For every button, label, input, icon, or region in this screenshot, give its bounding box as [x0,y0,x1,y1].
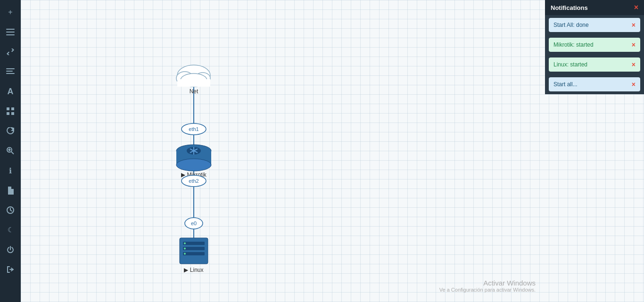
svg-rect-5 [6,73,15,74]
notification-text-3: Linux: started [553,61,629,68]
svg-text:▶ Linux: ▶ Linux [184,267,203,273]
notification-close-1[interactable]: × [632,22,636,28]
svg-marker-10 [12,128,14,130]
svg-text:eth1: eth1 [189,126,198,132]
clock-icon[interactable] [2,202,19,219]
svg-rect-9 [11,112,14,115]
svg-rect-3 [6,68,15,69]
logout-icon[interactable] [2,261,19,278]
notifications-header: Notifications × [545,0,644,15]
svg-text:Net: Net [190,88,198,95]
svg-rect-7 [11,107,14,110]
svg-rect-6 [7,107,9,110]
text-icon[interactable]: A [2,83,19,100]
layers-icon[interactable] [2,24,19,41]
eth2-port[interactable]: eth2 [182,175,206,187]
document-icon[interactable] [2,182,19,199]
notification-close-2[interactable]: × [632,41,636,48]
notification-text-4: Start all... [553,81,629,88]
svg-point-47 [184,243,186,245]
svg-point-49 [184,253,186,255]
grid-icon[interactable] [2,103,19,120]
linux-node[interactable]: ▶ Linux [180,238,208,273]
main-canvas: Net eth1 ▶ Mikrotik eth2 [21,0,644,302]
notifications-title: Notifications [551,4,588,11]
zoom-icon[interactable] [2,142,19,159]
notification-item-3: Linux: started × [549,57,640,72]
svg-rect-45 [183,247,205,250]
notification-item-1: Start All: done × [549,18,640,32]
svg-point-33 [176,159,211,171]
svg-rect-44 [183,242,205,245]
refresh-icon[interactable] [2,122,19,139]
svg-rect-27 [177,79,210,87]
info-icon[interactable]: ℹ [2,162,19,179]
list-icon[interactable] [2,63,19,80]
cloud-node[interactable]: Net [176,65,210,95]
svg-rect-1 [6,32,15,33]
svg-point-48 [184,248,186,250]
svg-rect-8 [7,112,9,115]
svg-rect-4 [6,71,13,72]
notification-close-3[interactable]: × [632,61,636,68]
mikrotik-node[interactable]: ▶ Mikrotik [176,145,211,178]
notification-close-4[interactable]: × [632,81,636,88]
notifications-close-button[interactable]: × [634,4,638,11]
notifications-panel: Notifications × Start All: done × Mikrot… [545,0,644,94]
notification-text-1: Start All: done [553,22,629,28]
notification-item-4: Start all... × [549,77,640,91]
svg-rect-16 [8,192,11,193]
svg-line-12 [11,152,14,154]
power-icon[interactable] [2,241,19,258]
notification-item-2: Mikrotik: started × [549,38,640,52]
svg-text:e0: e0 [191,220,197,226]
notification-text-2: Mikrotik: started [553,41,629,48]
svg-rect-15 [8,190,12,191]
moon-icon[interactable]: ☾ [2,221,19,238]
svg-rect-0 [6,29,15,30]
exchange-icon[interactable] [2,43,19,60]
svg-text:eth2: eth2 [189,178,198,184]
eth1-port[interactable]: eth1 [182,123,206,135]
sidebar: + A [0,0,21,302]
e0-port[interactable]: e0 [185,218,203,229]
add-icon[interactable]: + [2,4,19,21]
svg-rect-2 [6,34,15,35]
svg-rect-46 [183,252,205,255]
